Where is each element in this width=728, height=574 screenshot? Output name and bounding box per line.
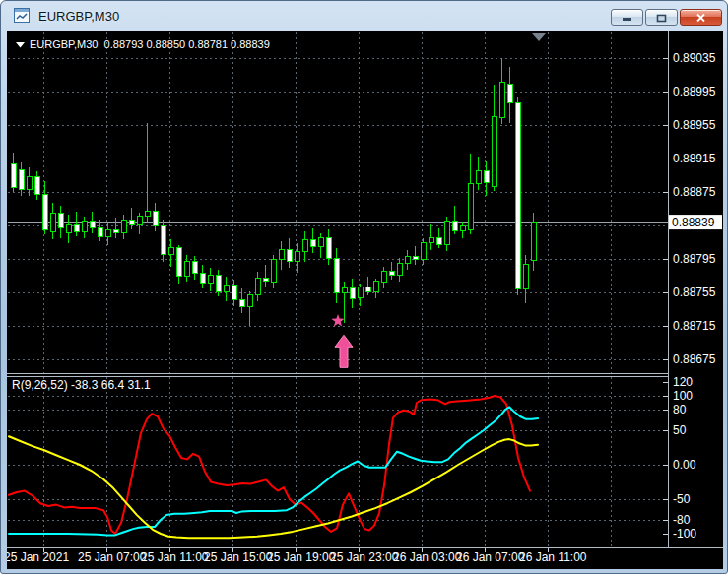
candle-body bbox=[310, 239, 315, 246]
candle-body bbox=[499, 83, 504, 118]
candle-body bbox=[429, 238, 433, 243]
candle-body bbox=[90, 222, 95, 228]
candle-body bbox=[279, 250, 284, 260]
restore-button[interactable] bbox=[645, 9, 678, 26]
svg-text:EURGBP,M30 0.88793 0.88850 0.: EURGBP,M30 0.88793 0.88850 0.88781 0.888… bbox=[30, 38, 270, 50]
ohlc-header: EURGBP,M30 0.88793 0.88850 0.88781 0.888… bbox=[16, 38, 270, 50]
candle-body bbox=[216, 275, 221, 291]
svg-text:0.88839: 0.88839 bbox=[672, 216, 715, 229]
indicator-tick-label: -50 bbox=[673, 492, 691, 506]
window-controls bbox=[611, 9, 722, 26]
chart-canvas[interactable]: 0.890350.889950.889550.889150.888750.887… bbox=[7, 31, 723, 569]
time-tick-label: 25 Jan 11:00 bbox=[141, 550, 209, 564]
candle-body bbox=[358, 287, 363, 298]
price-tick-label: 0.88755 bbox=[673, 286, 716, 299]
candle-body bbox=[137, 217, 142, 225]
candle-body bbox=[19, 169, 24, 189]
title-bar[interactable]: EURGBP,M30 bbox=[1, 1, 727, 31]
indicator-tick-label: 80 bbox=[673, 403, 687, 416]
candle-body bbox=[334, 258, 339, 293]
candle-body bbox=[208, 275, 213, 284]
candle-body bbox=[224, 285, 229, 291]
indicator-tick-label: -80 bbox=[673, 513, 691, 527]
candle-body bbox=[365, 287, 370, 291]
candle-body bbox=[421, 243, 426, 260]
candle-body bbox=[11, 164, 16, 188]
candle-body bbox=[58, 213, 63, 227]
candle-body bbox=[263, 279, 268, 282]
candle-body bbox=[271, 260, 276, 282]
candle-body bbox=[476, 171, 481, 184]
candle-body bbox=[161, 226, 165, 255]
candle-body bbox=[389, 272, 394, 275]
price-tick-label: 0.89035 bbox=[673, 51, 716, 65]
candle-body bbox=[350, 288, 355, 298]
chart-client-area: 0.890350.889950.889550.889150.888750.887… bbox=[7, 31, 723, 569]
indicator-tick-label: 50 bbox=[673, 423, 687, 437]
candle-body bbox=[397, 263, 402, 275]
candle-body bbox=[105, 229, 110, 236]
candle-body bbox=[468, 184, 473, 230]
candle-body bbox=[302, 239, 307, 251]
candle-body bbox=[153, 212, 158, 226]
price-tick-label: 0.88995 bbox=[673, 85, 716, 98]
candle-body bbox=[247, 295, 252, 307]
candle-body bbox=[531, 223, 536, 261]
price-tick-label: 0.88915 bbox=[673, 152, 716, 165]
candle-body bbox=[129, 220, 134, 224]
candle-body bbox=[27, 177, 32, 190]
candle-body bbox=[50, 213, 55, 231]
candle-body bbox=[239, 300, 244, 307]
time-tick-label: 26 Jan 11:00 bbox=[519, 550, 587, 564]
close-icon bbox=[695, 13, 706, 23]
indicator-tick-label: -100 bbox=[673, 527, 696, 541]
candle-body bbox=[34, 177, 39, 195]
candle-body bbox=[318, 238, 323, 247]
time-tick-label: 26 Jan 07:00 bbox=[456, 550, 525, 564]
candle-body bbox=[176, 248, 181, 277]
candle-body bbox=[42, 195, 47, 230]
time-tick-label: 25 Jan 19:00 bbox=[267, 550, 336, 564]
candle-body bbox=[413, 256, 418, 259]
candle-body bbox=[121, 220, 126, 233]
candle-body bbox=[255, 279, 260, 295]
candle-body bbox=[98, 228, 102, 237]
price-tick-label: 0.88955 bbox=[673, 118, 716, 132]
candle-body bbox=[232, 285, 236, 299]
time-tick-label: 25 Jan 2021 bbox=[7, 550, 69, 564]
candle-body bbox=[184, 262, 189, 277]
candle-body bbox=[66, 224, 71, 233]
time-tick-label: 25 Jan 23:00 bbox=[330, 550, 399, 564]
candle-body bbox=[192, 262, 197, 274]
candle-body bbox=[507, 84, 512, 102]
time-tick-label: 25 Jan 15:00 bbox=[204, 550, 273, 564]
candle-body bbox=[200, 273, 205, 283]
restore-icon bbox=[656, 13, 667, 23]
candle-body bbox=[74, 224, 79, 231]
candle-body bbox=[452, 222, 457, 230]
window-title: EURGBP,M30 bbox=[38, 9, 119, 24]
close-button[interactable] bbox=[680, 9, 722, 26]
candle-body bbox=[523, 265, 528, 289]
candle-body bbox=[373, 282, 378, 291]
minimize-button[interactable] bbox=[611, 9, 643, 26]
candle-body bbox=[168, 248, 173, 255]
price-tick-label: 0.88715 bbox=[673, 319, 716, 333]
candle-body bbox=[295, 251, 299, 261]
indicator-tick-label: 100 bbox=[673, 389, 693, 403]
candle-body bbox=[113, 229, 118, 232]
candle-body bbox=[460, 226, 465, 230]
candle-body bbox=[515, 102, 520, 289]
chart-window-icon bbox=[14, 8, 31, 24]
candle-body bbox=[381, 272, 386, 282]
candle-body bbox=[145, 212, 150, 217]
candle-body bbox=[444, 222, 449, 245]
price-tick-label: 0.88875 bbox=[673, 185, 716, 199]
time-tick-label: 25 Jan 07:00 bbox=[78, 550, 147, 564]
candle-body bbox=[326, 238, 331, 258]
mt4-chart-window: EURGBP,M30 0.890350.889950.889550.889150… bbox=[0, 0, 728, 574]
price-tick-label: 0.88675 bbox=[673, 352, 716, 366]
candle-body bbox=[484, 171, 489, 183]
candle-body bbox=[287, 250, 292, 262]
time-axis: 25 Jan 202125 Jan 07:0025 Jan 11:0025 Ja… bbox=[7, 548, 587, 564]
